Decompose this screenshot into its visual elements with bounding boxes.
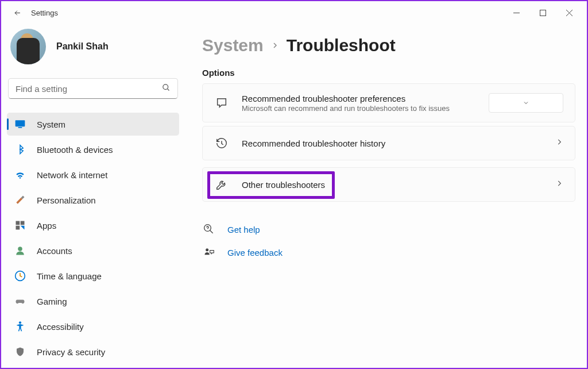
search-icon [162, 83, 171, 94]
svg-point-11 [18, 247, 22, 251]
back-button[interactable] [6, 4, 29, 21]
sidebar-item-time[interactable]: Time & language [7, 264, 179, 287]
history-icon [214, 136, 229, 151]
bluetooth-icon [14, 143, 26, 156]
minimize-button[interactable] [503, 4, 529, 21]
svg-point-4 [163, 84, 168, 89]
chevron-right-icon [555, 138, 563, 148]
section-label: Options [202, 68, 575, 78]
sidebar-item-accessibility[interactable]: Accessibility [7, 315, 179, 338]
search-field[interactable] [16, 84, 162, 94]
sidebar-item-bluetooth[interactable]: Bluetooth & devices [7, 138, 179, 161]
sidebar-item-apps[interactable]: Apps [7, 214, 179, 237]
sidebar-item-label: Gaming [37, 297, 67, 306]
sidebar-item-label: Time & language [37, 271, 102, 281]
apps-icon [14, 219, 26, 232]
link-label: Get help [227, 225, 260, 235]
brush-icon [14, 194, 26, 206]
sidebar-item-label: Personalization [37, 195, 96, 205]
sidebar-item-label: Network & internet [37, 170, 107, 180]
svg-rect-10 [16, 226, 20, 230]
sidebar-item-accounts[interactable]: Accounts [7, 239, 179, 262]
svg-rect-9 [21, 221, 25, 225]
chevron-down-icon [523, 99, 529, 106]
monitor-icon [14, 118, 26, 130]
sidebar-item-personalization[interactable]: Personalization [7, 189, 179, 212]
breadcrumb: System Troubleshoot [202, 36, 575, 55]
breadcrumb-parent[interactable]: System [202, 36, 264, 55]
card-troubleshooter-history[interactable]: Recommended troubleshooter history [202, 126, 575, 160]
help-icon [202, 222, 216, 236]
profile[interactable]: Pankil Shah [7, 28, 179, 66]
sidebar-item-label: Accessibility [37, 322, 84, 332]
prefs-dropdown[interactable] [489, 93, 563, 113]
sidebar-item-privacy[interactable]: Privacy & security [7, 340, 179, 363]
card-troubleshooter-prefs[interactable]: Recommended troubleshooter preferences M… [202, 83, 575, 122]
card-subtitle: Microsoft can recommend and run troubles… [242, 104, 481, 113]
sidebar-item-gaming[interactable]: Gaming [7, 290, 179, 313]
breadcrumb-current: Troubleshoot [287, 36, 396, 55]
wifi-icon [14, 168, 26, 181]
card-other-troubleshooters[interactable]: Other troubleshooters [202, 167, 575, 202]
maximize-button[interactable] [529, 4, 556, 21]
shield-icon [14, 345, 26, 358]
sidebar-item-system[interactable]: System [7, 113, 179, 136]
chevron-right-icon [272, 40, 278, 52]
svg-point-15 [206, 248, 208, 251]
svg-line-5 [167, 89, 169, 90]
chevron-right-icon [555, 179, 563, 190]
feedback-icon [202, 245, 216, 259]
sidebar-item-network[interactable]: Network & internet [7, 163, 179, 186]
sidebar-item-label: Bluetooth & devices [37, 145, 113, 155]
wrench-icon [214, 177, 229, 192]
clock-globe-icon [14, 270, 26, 282]
accessibility-icon [14, 320, 26, 333]
sidebar-item-label: Accounts [37, 246, 72, 256]
chat-icon [214, 95, 229, 110]
sidebar-item-label: Privacy & security [37, 347, 105, 357]
card-title: Other troubleshooters [242, 180, 550, 190]
svg-rect-1 [540, 10, 546, 16]
give-feedback-link[interactable]: Give feedback [202, 245, 575, 259]
link-label: Give feedback [227, 248, 283, 257]
get-help-link[interactable]: Get help [202, 222, 575, 236]
sidebar-item-label: System [37, 120, 65, 129]
window-title: Settings [31, 9, 58, 17]
search-input[interactable] [8, 78, 178, 99]
svg-rect-6 [16, 120, 25, 126]
sidebar-item-label: Apps [37, 221, 56, 230]
person-icon [14, 244, 26, 257]
card-title: Recommended troubleshooter preferences [242, 94, 481, 103]
svg-rect-7 [18, 127, 22, 128]
svg-point-13 [19, 321, 21, 324]
user-name: Pankil Shah [56, 41, 109, 52]
svg-rect-8 [16, 221, 20, 225]
card-title: Recommended troubleshooter history [242, 139, 550, 148]
close-button[interactable] [556, 4, 582, 21]
gamepad-icon [14, 295, 26, 308]
avatar [10, 29, 46, 64]
